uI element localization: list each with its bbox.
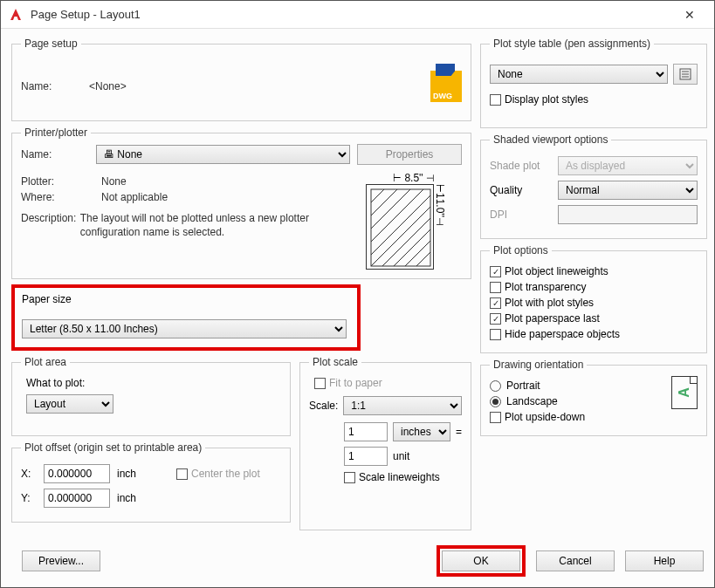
svg-line-4 (371, 189, 423, 242)
equals-label: = (456, 426, 462, 438)
opt-paperspace-label: Plot paperspace last (505, 312, 600, 325)
plot-style-edit-button[interactable] (673, 64, 698, 85)
preview-button[interactable]: Preview... (22, 550, 100, 571)
plot-style-legend: Plot style table (pen assignments) (490, 38, 654, 50)
svg-line-10 (416, 252, 430, 266)
where-value: Not applicable (101, 191, 168, 203)
scale-lw-checkbox[interactable] (344, 472, 355, 483)
page-setup-group: Page setup Name: <None> DWG (11, 38, 471, 121)
opt-lineweights-label: Plot object lineweights (505, 265, 608, 277)
page-setup-legend: Page setup (21, 38, 81, 50)
svg-line-6 (371, 207, 430, 266)
fit-paper-label: Fit to paper (329, 377, 382, 389)
plot-style-select[interactable]: None (490, 65, 668, 84)
display-plot-styles-label: Display plot styles (505, 93, 588, 106)
dpi-input (558, 205, 698, 224)
titlebar: Page Setup - Layout1 ✕ (1, 1, 714, 29)
scale-num-input[interactable] (344, 422, 388, 441)
close-icon[interactable]: ✕ (672, 8, 707, 22)
plot-style-group: Plot style table (pen assignments) None … (480, 38, 707, 128)
quality-select[interactable]: Normal (558, 181, 698, 200)
opt-plotstyles-label: Plot with plot styles (505, 297, 594, 309)
printer-name-label: Name: (21, 148, 89, 161)
scale-select[interactable]: 1:1 (343, 396, 462, 415)
paper-size-legend: Paper size (22, 293, 350, 305)
x-unit: inch (117, 468, 136, 480)
list-icon (679, 68, 691, 80)
paper-size-select[interactable]: Letter (8.50 x 11.00 Inches) (22, 319, 347, 338)
dwg-icon: DWG (430, 71, 462, 102)
paper-size-highlight: Paper size Letter (8.50 x 11.00 Inches) (11, 284, 361, 351)
scale-unit-select[interactable]: inches (393, 422, 450, 441)
landscape-radio[interactable]: Landscape (490, 395, 671, 407)
x-label: X: (21, 468, 37, 480)
printer-group: Printer/plotter Name: 🖶 None Properties … (11, 126, 471, 279)
paper-size-group: Paper size Letter (8.50 x 11.00 Inches) (17, 290, 355, 345)
svg-line-8 (394, 229, 430, 266)
help-button[interactable]: Help (625, 550, 704, 571)
opt-paperspace-checkbox[interactable]: ✓ (490, 313, 501, 325)
upside-down-checkbox[interactable] (490, 412, 501, 423)
portrait-radio[interactable]: Portrait (490, 379, 671, 392)
preview-width-label: ⊢ 8.5'' ⊣ (366, 172, 462, 184)
quality-label: Quality (490, 184, 558, 196)
cancel-button[interactable]: Cancel (536, 550, 615, 571)
y-input[interactable] (44, 489, 110, 508)
opt-lineweights-checkbox[interactable]: ✓ (490, 266, 501, 277)
opt-plotstyles-checkbox[interactable]: ✓ (490, 297, 501, 309)
portrait-label: Portrait (506, 379, 540, 392)
dpi label: DPI (490, 209, 558, 221)
svg-line-1 (371, 189, 384, 202)
orientation-legend: Drawing orientation (490, 359, 587, 371)
den-unit-label: unit (393, 450, 409, 462)
plot-area-legend: Plot area (21, 356, 70, 368)
svg-line-9 (405, 241, 430, 266)
opt-hide-checkbox[interactable] (490, 329, 501, 340)
display-plot-styles-checkbox[interactable] (490, 94, 501, 106)
svg-line-3 (371, 189, 410, 229)
page-setup-dialog: Page Setup - Layout1 ✕ Page setup Name: … (0, 0, 715, 588)
printer-name-select[interactable]: 🖶 None (96, 145, 350, 164)
plot-scale-group: Plot scale Fit to paper Scale: 1:1 inche… (299, 356, 471, 530)
printer-legend: Printer/plotter (21, 126, 91, 139)
paper-preview: ⊢ 8.5'' ⊣ ⊢ (366, 172, 462, 270)
svg-line-5 (371, 195, 430, 255)
pagename-label: Name: (21, 80, 89, 92)
plot-offset-legend: Plot offset (origin set to printable are… (21, 441, 205, 454)
autocad-logo-icon (8, 7, 24, 23)
preview-height-label: ⊢ 11.0'' ⊣ (434, 184, 446, 270)
ok-button[interactable]: OK (442, 550, 520, 571)
center-plot-label: Center the plot (191, 468, 260, 480)
shade-plot-select: As displayed (558, 156, 698, 175)
plot-options-group: Plot options ✓Plot object lineweights Pl… (480, 244, 707, 353)
plot-area-group: Plot area What to plot: Layout (11, 356, 291, 436)
orientation-group: Drawing orientation Portrait Landscape P… (480, 359, 707, 436)
y-label: Y: (21, 492, 37, 504)
x-input[interactable] (44, 464, 110, 483)
svg-line-2 (371, 189, 397, 215)
opt-transparency-label: Plot transparency (505, 281, 586, 293)
scale-den-input[interactable] (344, 447, 388, 466)
scale-label: Scale: (309, 400, 338, 412)
opt-transparency-checkbox[interactable] (490, 282, 501, 293)
desc-label: Description: (21, 212, 80, 224)
what-to-plot-select[interactable]: Layout (26, 394, 113, 414)
fit-paper-checkbox (314, 378, 326, 389)
scale-lw-label: Scale lineweights (359, 471, 440, 483)
plotter-value: None (101, 175, 127, 188)
where-label: Where: (21, 191, 101, 203)
plot-options-legend: Plot options (490, 244, 552, 256)
plot-scale-legend: Plot scale (309, 356, 361, 368)
center-plot-checkbox (176, 468, 188, 480)
plotter-label: Plotter: (21, 175, 101, 188)
y-unit: inch (117, 492, 136, 504)
landscape-label: Landscape (506, 395, 558, 407)
properties-button[interactable]: Properties (357, 144, 462, 165)
shaded-viewport-group: Shaded viewport options Shade plotAs dis… (480, 133, 707, 239)
window-title: Page Setup - Layout1 (31, 8, 672, 21)
shade-plot-label: Shade plot (490, 160, 558, 172)
opt-hide-label: Hide paperspace objects (505, 328, 620, 340)
what-to-plot-label: What to plot: (26, 377, 281, 389)
shaded-legend: Shaded viewport options (490, 133, 611, 146)
desc-value: The layout will not be plotted unless a … (80, 212, 357, 239)
